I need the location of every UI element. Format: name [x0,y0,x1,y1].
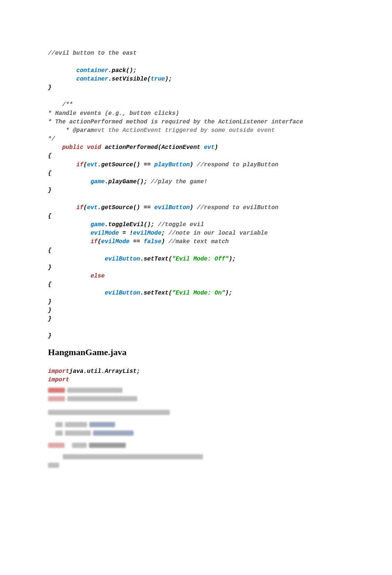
op: = ! [123,230,133,237]
keyword-import: import [48,377,69,383]
brace: } [48,264,52,271]
brace: } [48,84,52,91]
javadoc-param: evt the ActionEvent triggered by some ou… [94,127,275,134]
var: evt [87,161,98,168]
code-block-1: //evil button to the east container.pack… [48,41,344,341]
blurred-preview [48,386,344,469]
javadoc-end: */ [48,136,55,142]
brace: } [48,307,52,314]
javadoc: /** [48,101,73,108]
keyword-if: if [48,161,83,168]
comment: //toggle evil [158,221,204,228]
method-name: actionPerformed( [105,144,162,151]
keyword-import: import [48,368,69,375]
type: ActionEvent [161,144,204,151]
brace: { [48,170,52,177]
brace: { [48,153,52,159]
call: .setText( [140,290,172,296]
var: evilButton [48,256,140,262]
javadoc-tag: * @param [48,127,94,134]
ident: container [48,76,108,82]
punct: ); [225,290,232,296]
call: .toggleEvil(); [105,221,158,228]
keyword-if: if [48,204,83,211]
paren: ( [97,238,101,245]
punct: ); [165,76,172,82]
string: "Evil Mode: On" [172,290,225,296]
var: game [48,221,105,228]
brace: } [48,316,52,322]
javadoc: * The actionPerformed method is required… [48,119,303,125]
file-heading: HangmanGame.java [48,347,344,357]
import-path: java.util.ArrayList; [69,368,140,375]
keyword-else: else [48,273,105,279]
call: .setVisible( [108,76,151,82]
expr: .getSource() == [97,204,154,211]
var: evilMode [133,230,161,237]
call: .playGame(); [105,178,151,185]
paren: ( [83,204,87,211]
call: .pack(); [108,67,137,74]
paren: ) [161,238,168,245]
brace: } [48,299,52,305]
var: game [48,178,105,185]
comment: //respond to evilButton [197,204,278,211]
brace: } [48,333,52,339]
keyword-false: false [144,238,161,245]
code-block-2: importjava.util.ArrayList; import [48,359,344,385]
paren: ( [83,161,87,168]
expr: .getSource() == [97,161,154,168]
punct: ) [214,144,218,151]
keyword-true: true [151,76,165,82]
param-name: evt [204,144,214,151]
punct: ); [229,256,236,262]
keyword-if: if [48,238,97,245]
op: == [133,238,144,245]
punct: ; [161,230,168,237]
ident: container [48,67,108,74]
string: "Evil Mode: Off" [172,256,229,262]
call: .setText( [140,256,172,262]
var: playButton [154,161,190,168]
var: evilButton [48,290,140,296]
var: evilMode [48,230,123,237]
brace: { [48,213,52,220]
javadoc: * Handle events (e.g., button clicks) [48,110,179,117]
comment: //note in our local variable [168,230,268,237]
brace: { [48,247,52,254]
comment: //respond to playButton [197,161,278,168]
document-page: //evil button to the east container.pack… [0,0,392,491]
paren: ) [190,161,197,168]
keyword: public void [48,144,105,151]
var: evt [87,204,98,211]
paren: ) [190,204,197,211]
var: evilButton [154,204,190,211]
comment: //make text match [168,238,228,245]
brace: } [48,187,52,194]
comment: //evil button to the east [48,50,137,57]
brace: { [48,281,52,288]
comment: //play the game! [151,178,207,185]
var: evilMode [101,238,133,245]
